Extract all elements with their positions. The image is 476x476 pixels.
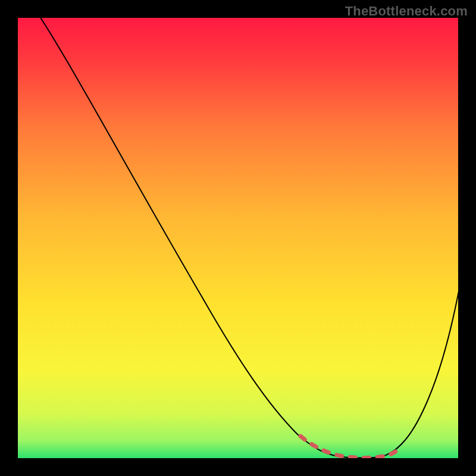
gradient-background: [18, 18, 458, 458]
chart-frame: TheBottleneck.com: [0, 0, 476, 476]
watermark-label: TheBottleneck.com: [345, 4, 468, 19]
plot-area: [18, 18, 458, 458]
chart-svg: [18, 18, 458, 458]
